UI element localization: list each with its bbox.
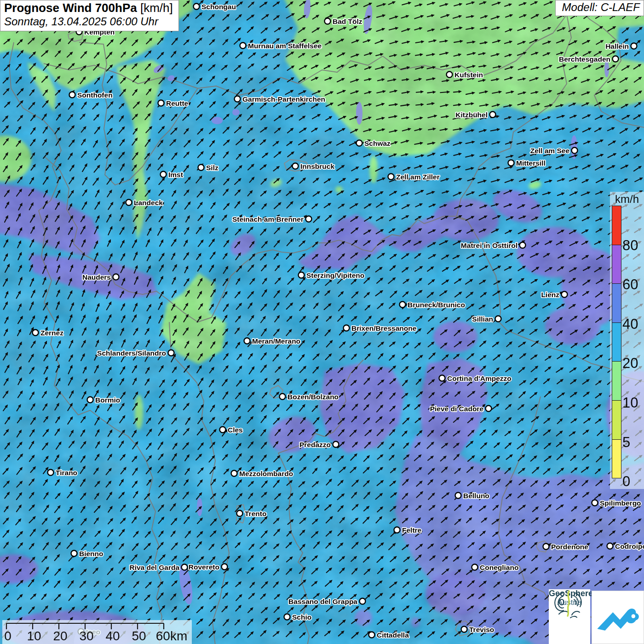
- page-title: Prognose Wind 700hPa [km/h]: [4, 1, 173, 15]
- city-label: Reutte: [166, 99, 189, 107]
- scalebar-label: 40: [105, 629, 120, 644]
- city-marker: [126, 200, 132, 206]
- city-label: Landeck: [134, 199, 163, 207]
- city-marker: [400, 302, 406, 308]
- city: Bormio: [87, 396, 121, 404]
- city-label: Schlanders/Silandro: [97, 349, 166, 357]
- city: Steinach am Brenner: [232, 215, 312, 223]
- city-label: Cittadella: [377, 631, 409, 639]
- city-label: Imst: [168, 171, 183, 178]
- city-marker: [472, 564, 478, 570]
- legend-title: km/h: [610, 193, 644, 206]
- city-marker: [562, 292, 568, 298]
- city: Sillian: [472, 315, 501, 323]
- city: Murnau am Staffelsee: [240, 42, 322, 50]
- city-label: Sterzing/Vipiteno: [306, 271, 364, 279]
- city: Brixen/Bressanone: [344, 324, 417, 332]
- city-label: Pordenone: [551, 543, 588, 551]
- city-marker: [87, 397, 93, 403]
- city-marker: [631, 43, 637, 49]
- city-label: Lienz: [541, 291, 559, 299]
- scalebar-label: 0: [4, 629, 12, 644]
- city: Berchtesgaden: [559, 55, 618, 63]
- city-marker: [71, 551, 77, 557]
- city-label: Murnau am Staffelsee: [248, 42, 322, 50]
- city: Cortina d'Ampezzo: [439, 374, 512, 382]
- city: Matrei in Osttirol: [461, 242, 526, 249]
- city-label: Mezzolombardo: [239, 470, 293, 477]
- model-label: Modell: C-LAEF: [555, 0, 644, 16]
- lake: [356, 102, 362, 125]
- forecast-title-box: Prognose Wind 700hPa [km/h] Sonntag, 13.…: [0, 0, 179, 31]
- city-marker: [293, 163, 299, 169]
- mountain-cloud-logo-icon: [592, 591, 640, 635]
- city-marker: [306, 216, 312, 222]
- city-marker: [325, 18, 331, 24]
- city-marker: [48, 470, 54, 476]
- city-marker: [613, 56, 619, 62]
- city: Pieve di Cadore: [430, 405, 492, 413]
- city: Belluno: [455, 492, 489, 500]
- city-marker: [356, 140, 362, 146]
- city-marker: [33, 330, 39, 336]
- city-label: Innsbruck: [300, 162, 334, 170]
- city-marker: [572, 148, 578, 154]
- legend-color-block: [612, 245, 621, 284]
- scalebar-label: 10: [27, 629, 41, 644]
- city-label: Nauders: [82, 273, 111, 281]
- map-canvas: SchongauBad TölzKemptenMurnau am Staffel…: [0, 0, 644, 644]
- city-label: Zell am See: [530, 147, 570, 155]
- city-marker: [508, 160, 514, 166]
- city-label: Brixen/Bressanone: [351, 324, 417, 332]
- city: Bozen/Bolzano: [280, 393, 339, 401]
- city-marker: [194, 4, 200, 10]
- city-label: Treviso: [469, 626, 494, 633]
- city: Schwaz: [356, 139, 391, 147]
- city-marker: [394, 527, 400, 533]
- city: Silz: [198, 164, 218, 172]
- city-marker: [284, 614, 290, 620]
- city: Sterzing/Vipiteno: [299, 271, 365, 279]
- city-label: Bassano del Grappa: [288, 598, 357, 605]
- legend-color-block: [612, 322, 621, 362]
- geosphere-logo-box: GeoSphere Austria: [549, 589, 590, 644]
- city-label: Kufstein: [454, 71, 483, 79]
- city: Meran/Merano: [244, 337, 301, 345]
- city-marker: [182, 564, 188, 570]
- city-label: Predazzo: [299, 441, 331, 448]
- city-label: Belluno: [463, 492, 489, 500]
- city-label: Hallein: [605, 42, 629, 50]
- title-text: Prognose Wind 700hPa: [4, 1, 137, 15]
- city-label: Bozen/Bolzano: [288, 393, 339, 401]
- city-label: Bad Tölz: [333, 17, 362, 25]
- city-marker: [158, 100, 164, 106]
- legend-color-block: [612, 283, 621, 323]
- geosphere-logo-icon: [549, 589, 589, 622]
- city-label: Berchtesgaden: [559, 55, 610, 63]
- city-marker: [235, 96, 241, 102]
- partner-logo-box: [592, 591, 644, 644]
- legend-color-block: [612, 361, 621, 401]
- city: Trento: [237, 510, 267, 518]
- scalebar-label: 60km: [156, 629, 187, 644]
- city: Treviso: [461, 626, 494, 633]
- city-marker: [447, 72, 453, 78]
- distance-scalebar: 0102030405060km: [2, 620, 192, 644]
- city-marker: [344, 325, 350, 331]
- city-label: Silz: [206, 164, 218, 172]
- legend-tick-label: 20: [622, 355, 638, 372]
- city: Bienno: [71, 550, 104, 558]
- city-marker: [69, 92, 75, 98]
- city-marker: [520, 242, 526, 248]
- city-label: Sonthofen: [77, 91, 113, 99]
- scalebar-label: 30: [79, 629, 93, 644]
- city-label: Mittersill: [516, 159, 546, 167]
- city-label: Bormio: [95, 396, 120, 404]
- legend-tick-label: 10: [622, 395, 638, 411]
- city-marker: [240, 43, 246, 49]
- legend-color-block: [612, 206, 621, 245]
- city-marker: [222, 564, 228, 570]
- city: Feltre: [394, 526, 422, 534]
- city-marker: [490, 112, 496, 118]
- city-label: Zernez: [40, 329, 63, 337]
